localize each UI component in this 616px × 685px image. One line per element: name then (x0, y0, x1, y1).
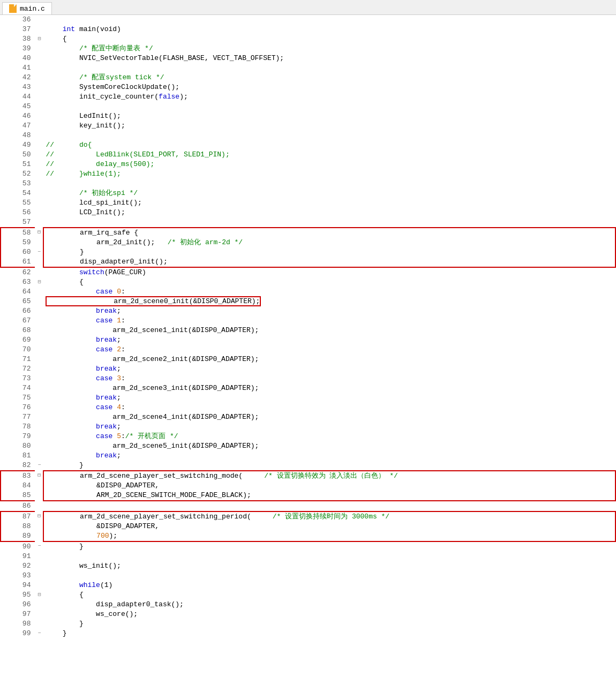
code-row: 45 (1, 102, 615, 111)
code-row: 37 int main(void) (1, 25, 615, 34)
code-row: 74 arm_2d_scene3_init(&DISP0_ADAPTER); (1, 383, 615, 393)
code-row: 50// LedBlink(SLED1_PORT, SLED1_PIN); (1, 150, 615, 160)
fold-marker[interactable]: ⊟ (35, 511, 43, 522)
line-number: 41 (1, 63, 35, 73)
code-row: 96 disp_adapter0_task(); (1, 600, 615, 609)
line-number: 74 (1, 383, 35, 393)
fold-marker[interactable]: ⊟ (35, 590, 43, 600)
code-cell: while(1) (43, 581, 615, 590)
fold-marker (35, 92, 43, 102)
code-row: 67 case 1: (1, 316, 615, 326)
fold-marker (35, 160, 43, 169)
fold-marker (35, 571, 43, 581)
fold-marker[interactable]: ⊟ (35, 471, 43, 481)
line-number: 62 (1, 267, 35, 277)
fold-marker (35, 432, 43, 441)
fold-marker[interactable]: ⊟ (35, 228, 43, 238)
line-number: 83 (1, 471, 35, 481)
code-cell: arm_2d_scene_player_set_switching_mode(/… (43, 471, 615, 481)
line-number: 44 (1, 92, 35, 102)
fold-marker[interactable]: − (35, 461, 43, 471)
code-cell: &DISP0_ADAPTER, (43, 522, 615, 531)
fold-marker[interactable]: ⊟ (35, 277, 43, 287)
line-number: 92 (1, 561, 35, 571)
line-number: 75 (1, 393, 35, 403)
fold-marker (35, 355, 43, 364)
code-cell: &DISP0_ADAPTER, (43, 481, 615, 491)
code-cell: break; (43, 451, 615, 461)
code-row: 38⊟ { (1, 34, 615, 44)
fold-marker (35, 189, 43, 198)
code-cell: SystemCoreClockUpdate(); (43, 82, 615, 92)
code-row: 52// }while(1); (1, 169, 615, 179)
fold-marker (35, 600, 43, 609)
fold-marker (35, 609, 43, 619)
code-row: 47 key_init(); (1, 121, 615, 131)
code-row: 58⊟ arm_irq_safe { (1, 228, 615, 238)
line-number: 46 (1, 111, 35, 121)
line-number: 53 (1, 179, 35, 189)
code-cell: arm_2d_scene5_init(&DISP0_ADAPTER); (43, 441, 615, 451)
fold-marker (35, 267, 43, 277)
line-number: 71 (1, 355, 35, 364)
fold-marker (35, 552, 43, 561)
fold-marker (35, 412, 43, 422)
line-number: 64 (1, 287, 35, 297)
code-cell: key_init(); (43, 121, 615, 131)
line-number: 80 (1, 441, 35, 451)
fold-marker[interactable]: − (35, 629, 43, 638)
fold-marker (35, 581, 43, 590)
code-cell: switch(PAGE_CUR) (43, 267, 615, 277)
fold-marker (35, 374, 43, 383)
fold-marker[interactable]: − (35, 541, 43, 552)
line-number: 85 (1, 491, 35, 501)
code-cell: case 3: (43, 374, 615, 383)
code-row: 56 LCD_Init(); (1, 208, 615, 217)
code-row: 69 break; (1, 335, 615, 345)
line-number: 45 (1, 102, 35, 111)
file-tab-label: main.c (20, 5, 45, 13)
fold-marker (35, 335, 43, 345)
line-number: 79 (1, 432, 35, 441)
tab-bar: main.c (0, 0, 616, 15)
line-number: 39 (1, 44, 35, 54)
code-row: 63⊟ { (1, 277, 615, 287)
code-row: 40 NVIC_SetVectorTable(FLASH_BASE, VECT_… (1, 54, 615, 63)
code-table: 36 37 int main(void)38⊟ {39 /* 配置中断向量表 *… (0, 15, 616, 638)
fold-marker[interactable]: − (35, 247, 43, 257)
line-number: 61 (1, 257, 35, 267)
code-cell: arm_2d_init(); /* 初始化 arm-2d */ (43, 238, 615, 247)
line-number: 69 (1, 335, 35, 345)
code-cell: case 5:/* 开机页面 */ (43, 432, 615, 441)
code-cell: NVIC_SetVectorTable(FLASH_BASE, VECT_TAB… (43, 54, 615, 63)
code-row: 90− } (1, 541, 615, 552)
code-row: 86 (1, 501, 615, 511)
fold-marker (35, 150, 43, 160)
code-row: 44 init_cycle_counter(false); (1, 92, 615, 102)
line-number: 40 (1, 54, 35, 63)
line-number: 73 (1, 374, 35, 383)
code-row: 65 arm_2d_scene0_init(&DISP0_ADAPTER); (1, 297, 615, 306)
line-number: 43 (1, 82, 35, 92)
code-cell: arm_2d_scene4_init(&DISP0_ADAPTER); (43, 412, 615, 422)
code-row: 94 while(1) (1, 581, 615, 590)
code-cell (43, 179, 615, 189)
fold-marker (35, 208, 43, 217)
code-row: 46 LedInit(); (1, 111, 615, 121)
code-area: 36 37 int main(void)38⊟ {39 /* 配置中断向量表 *… (0, 15, 616, 679)
fold-marker[interactable]: ⊟ (35, 34, 43, 44)
code-row: 88 &DISP0_ADAPTER, (1, 522, 615, 531)
line-number: 88 (1, 522, 35, 531)
code-row: 61 disp_adapter0_init(); (1, 257, 615, 267)
file-tab[interactable]: main.c (2, 2, 52, 14)
code-row: 89 700); (1, 531, 615, 541)
code-cell: } (43, 247, 615, 257)
line-number: 70 (1, 345, 35, 355)
code-cell: int main(void) (43, 25, 615, 34)
code-cell: { (43, 590, 615, 600)
code-cell: // do{ (43, 140, 615, 150)
code-cell (43, 102, 615, 111)
fold-marker (35, 102, 43, 111)
code-cell: arm_2d_scene1_init(&DISP0_ADAPTER); (43, 326, 615, 335)
code-row: 51// delay_ms(500); (1, 160, 615, 169)
